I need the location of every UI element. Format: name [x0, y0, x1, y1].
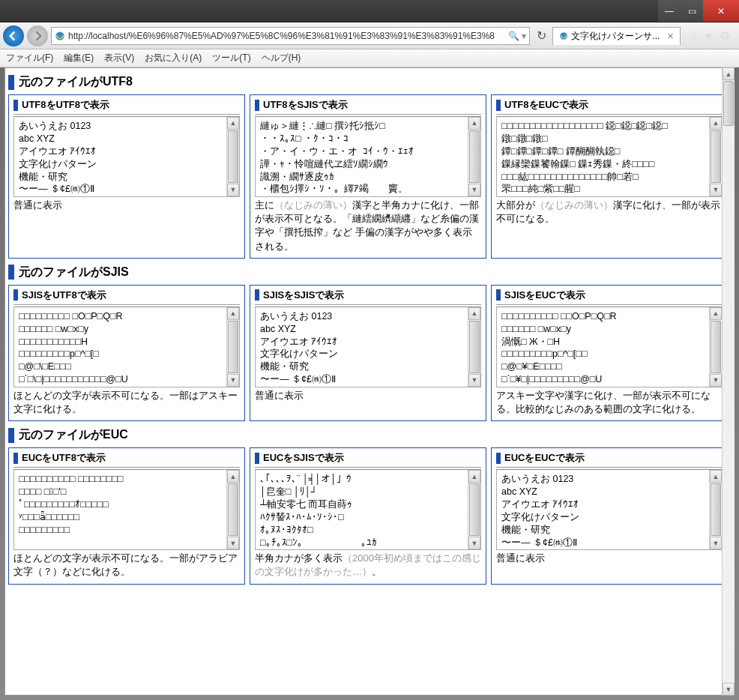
- sample-scrollbar[interactable]: ▲▼: [468, 307, 480, 387]
- scroll-thumb[interactable]: [723, 81, 734, 126]
- scroll-down-icon[interactable]: ▼: [723, 683, 735, 696]
- scroll-thumb[interactable]: [469, 483, 480, 536]
- card-title: SJISをUTF8で表示: [13, 289, 240, 302]
- encoding-card: SJISをUTF8で表示□□□□□□□□□ □O□P□Q□R □□□□□□ □w…: [8, 285, 245, 421]
- scroll-up-icon[interactable]: ▲: [468, 307, 480, 320]
- search-dropdown-icon[interactable]: 🔍 ▾: [508, 31, 526, 41]
- scroll-up-icon[interactable]: ▲: [227, 117, 239, 130]
- scroll-down-icon[interactable]: ▼: [710, 374, 722, 387]
- scroll-thumb[interactable]: [228, 130, 238, 183]
- card-description: ほとんどの文字が表示不可になる。一部はアスキー文字に化ける。: [13, 389, 240, 416]
- scroll-up-icon[interactable]: ▲: [723, 67, 735, 80]
- scroll-down-icon[interactable]: ▼: [710, 537, 722, 549]
- heading-text: 元のファイルがSJIS: [19, 265, 129, 280]
- scroll-down-icon[interactable]: ▼: [468, 184, 480, 196]
- encoding-card: UTF8をUTF8で表示あいうえお 0123 abc XYZ アイウエオ ｱｲｳ…: [8, 94, 245, 259]
- navbar: http://localhost/%E6%96%87%E5%AD%97%E5%8…: [0, 22, 739, 49]
- desc-text: 普通に表示: [13, 199, 62, 211]
- scroll-up-icon[interactable]: ▲: [710, 117, 722, 130]
- page-content: 元のファイルがUTF8UTF8をUTF8で表示あいうえお 0123 abc XY…: [4, 67, 735, 696]
- scroll-up-icon[interactable]: ▲: [227, 307, 239, 320]
- sample-text-box[interactable]: □□□□□□□□□□ □□□□□□□□ □□□□ □ﾞ□'□ ﾟ□□□□□□□□…: [13, 469, 240, 550]
- forward-button[interactable]: [27, 25, 48, 46]
- scroll-down-icon[interactable]: ▼: [227, 374, 239, 387]
- address-bar[interactable]: http://localhost/%E6%96%87%E5%AD%97%E5%8…: [51, 27, 530, 45]
- card-description: 普通に表示: [255, 389, 481, 402]
- menu-edit[interactable]: 編集(E): [64, 52, 94, 64]
- sample-scrollbar[interactable]: ▲▼: [226, 470, 239, 549]
- sample-text-box[interactable]: ､｢､､､ｦ､¨ │╡│オ│」ｳ │皀奎□ │ﾘ│┘ ┴軸安零七 而耳自蒔ｩ ﾊ…: [255, 469, 481, 550]
- desc-text: （なじみの薄い）: [274, 199, 352, 211]
- scroll-thumb[interactable]: [469, 130, 480, 183]
- title-text: SJISをEUCで表示: [504, 289, 585, 302]
- encoding-card: UTF8をSJISで表示縺ゅ＞縺⋮∴縺□ 撰ｼ托ｼ抵ｼ□ ・・ｽ｡ｽ□ ・ｸ・ｺ…: [250, 94, 486, 259]
- scroll-up-icon[interactable]: ▲: [710, 470, 722, 483]
- scroll-down-icon[interactable]: ▼: [468, 374, 480, 387]
- scroll-up-icon[interactable]: ▲: [468, 470, 480, 483]
- card-row: UTF8をUTF8で表示あいうえお 0123 abc XYZ アイウエオ ｱｲｳ…: [8, 94, 728, 259]
- title-bar: [496, 453, 501, 464]
- refresh-button[interactable]: ↻: [533, 28, 549, 44]
- sample-scrollbar[interactable]: ▲▼: [709, 470, 722, 549]
- home-icon[interactable]: ⌂: [690, 28, 697, 43]
- sample-scrollbar[interactable]: ▲▼: [709, 307, 722, 387]
- menu-view[interactable]: 表示(V): [104, 52, 134, 64]
- menu-tools[interactable]: ツール(T): [212, 52, 250, 64]
- desc-text: ほとんどの文字が表示不可になる。一部がアラビア文字（？）などに化ける。: [13, 552, 238, 577]
- sample-scrollbar[interactable]: ▲▼: [709, 117, 722, 196]
- sample-scrollbar[interactable]: ▲▼: [226, 307, 239, 387]
- favorites-icon[interactable]: ★: [703, 28, 714, 43]
- arrow-left-icon: [8, 31, 19, 41]
- divider: [496, 467, 723, 468]
- sample-text-box[interactable]: □□□□□□□□□□□□□□□□□□ 鐚□鐚□鐚□鐚□ 鐓□鐓□鐓□ 鐔□鐔□鐔…: [496, 116, 723, 197]
- tab-close-icon[interactable]: ✕: [667, 31, 674, 41]
- scroll-thumb[interactable]: [469, 321, 480, 373]
- menubar: ファイル(F) 編集(E) 表示(V) お気に入り(A) ツール(T) ヘルプ(…: [0, 49, 739, 67]
- scroll-up-icon[interactable]: ▲: [468, 117, 480, 130]
- tools-icon[interactable]: ⚙: [720, 28, 730, 43]
- scroll-down-icon[interactable]: ▼: [227, 537, 239, 549]
- scroll-thumb[interactable]: [228, 483, 238, 536]
- scroll-thumb[interactable]: [711, 130, 721, 183]
- divider: [13, 304, 240, 305]
- encoding-card: SJISをEUCで表示□□□□□□□□□□ □□O□P□Q□R □□□□□□ □…: [491, 285, 728, 421]
- sample-scrollbar[interactable]: ▲▼: [468, 470, 480, 549]
- back-button[interactable]: [3, 25, 24, 46]
- ie-icon: [559, 31, 568, 40]
- desc-text: 主に: [255, 199, 274, 211]
- title-text: SJISをUTF8で表示: [22, 289, 106, 302]
- scroll-down-icon[interactable]: ▼: [227, 184, 239, 196]
- scroll-down-icon[interactable]: ▼: [710, 184, 722, 196]
- sample-text-box[interactable]: 縺ゅ＞縺⋮∴縺□ 撰ｼ托ｼ抵ｼ□ ・・ｽ｡ｽ□ ・ｸ・ｺ・ｺ ・ア・イ・ウ・エ・…: [255, 116, 481, 197]
- tab-active[interactable]: 文字化けパターンサ... ✕: [552, 27, 681, 45]
- menu-favorites[interactable]: お気に入り(A): [145, 52, 202, 64]
- scroll-thumb[interactable]: [711, 483, 721, 536]
- sample-scrollbar[interactable]: ▲▼: [226, 117, 239, 196]
- title-text: UTF8をUTF8で表示: [22, 98, 109, 112]
- close-button[interactable]: ✕: [703, 0, 739, 22]
- sample-text-box[interactable]: あいうえお 0123 abc XYZ アイウエオ ｱｲｳｴｵ 文字化けパターン …: [255, 307, 481, 387]
- maximize-button[interactable]: ▭: [681, 0, 703, 22]
- titlebar: — ▭ ✕: [0, 0, 739, 22]
- sample-text-box[interactable]: □□□□□□□□□ □O□P□Q□R □□□□□□ □w□x□y □□□□□□□…: [13, 307, 240, 387]
- menu-file[interactable]: ファイル(F): [6, 52, 53, 64]
- scroll-thumb[interactable]: [228, 321, 238, 373]
- scroll-thumb[interactable]: [711, 321, 721, 373]
- sample-text-box[interactable]: あいうえお 0123 abc XYZ アイウエオ ｱｲｳｴｵ 文字化けパターン …: [496, 469, 723, 550]
- menu-help[interactable]: ヘルプ(H): [262, 52, 301, 64]
- title-text: EUCをEUCで表示: [504, 451, 585, 465]
- desc-text: 大部分が: [496, 199, 535, 211]
- scroll-up-icon[interactable]: ▲: [227, 470, 239, 483]
- sample-text-box[interactable]: □□□□□□□□□□ □□O□P□Q□R □□□□□□ □w□x□y 渦慨□ Ж…: [496, 307, 723, 387]
- divider: [13, 114, 240, 115]
- card-description: ほとんどの文字が表示不可になる。一部がアラビア文字（？）などに化ける。: [13, 552, 240, 579]
- page-scrollbar[interactable]: ▲ ▼: [722, 67, 735, 696]
- scroll-down-icon[interactable]: ▼: [468, 537, 480, 549]
- divider: [13, 467, 240, 468]
- minimize-button[interactable]: —: [658, 0, 681, 22]
- sample-scrollbar[interactable]: ▲▼: [468, 117, 480, 196]
- scroll-up-icon[interactable]: ▲: [710, 307, 722, 320]
- heading-bar: [8, 75, 14, 90]
- card-title: UTF8をUTF8で表示: [13, 98, 240, 112]
- sample-text-box[interactable]: あいうえお 0123 abc XYZ アイウエオ ｱｲｳｴｵ 文字化けパターン …: [13, 116, 240, 197]
